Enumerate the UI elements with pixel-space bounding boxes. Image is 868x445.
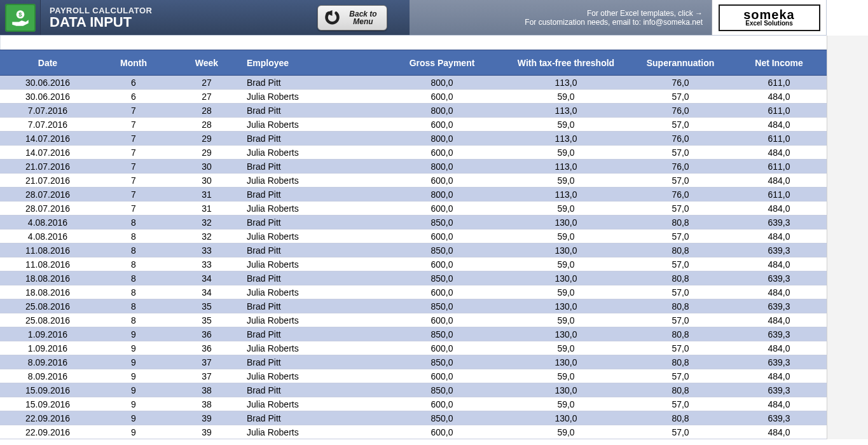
cell-week[interactable]: 32	[172, 216, 242, 229]
cell-net[interactable]: 639,3	[731, 411, 827, 425]
cell-month[interactable]: 8	[95, 257, 172, 271]
cell-gross[interactable]: 600,0	[382, 285, 502, 299]
col-month[interactable]: Month	[95, 50, 172, 76]
cell-net[interactable]: 611,0	[731, 104, 827, 118]
table-row[interactable]: 28.07.2016731Brad Pitt800,0113,076,0611,…	[0, 188, 827, 202]
table-row[interactable]: 4.08.2016832Brad Pitt850,0130,080,8639,3	[0, 216, 827, 229]
cell-date[interactable]: 30.06.2016	[0, 76, 95, 90]
cell-tax[interactable]: 130,0	[502, 299, 630, 313]
cell-tax[interactable]: 130,0	[502, 383, 630, 397]
table-row[interactable]: 22.09.2016939Brad Pitt850,0130,080,8639,…	[0, 411, 827, 425]
table-row[interactable]: 25.08.2016835Julia Roberts600,059,057,04…	[0, 313, 827, 327]
cell-month[interactable]: 8	[95, 313, 172, 327]
cell-tax[interactable]: 59,0	[502, 397, 630, 411]
cell-month[interactable]: 6	[95, 90, 172, 104]
cell-week[interactable]: 37	[172, 369, 242, 383]
cell-week[interactable]: 27	[172, 90, 242, 104]
cell-date[interactable]: 21.07.2016	[0, 160, 95, 174]
cell-net[interactable]: 484,0	[731, 202, 827, 216]
cell-week[interactable]: 37	[172, 355, 242, 369]
cell-net[interactable]: 484,0	[731, 425, 827, 439]
cell-super[interactable]: 57,0	[630, 313, 731, 327]
cell-month[interactable]: 8	[95, 216, 172, 229]
cell-super[interactable]: 57,0	[630, 341, 731, 355]
cell-net[interactable]: 639,3	[731, 243, 827, 257]
cell-super[interactable]: 76,0	[630, 188, 731, 202]
cell-date[interactable]: 18.08.2016	[0, 285, 95, 299]
cell-super[interactable]: 80,8	[630, 243, 731, 257]
cell-tax[interactable]: 130,0	[502, 411, 630, 425]
table-row[interactable]: 7.07.2016728Julia Roberts600,059,057,048…	[0, 118, 827, 132]
col-super[interactable]: Superannuation	[630, 50, 731, 76]
table-row[interactable]: 21.07.2016730Julia Roberts600,059,057,04…	[0, 174, 827, 188]
table-row[interactable]: 15.09.2016938Julia Roberts600,059,057,04…	[0, 397, 827, 411]
cell-tax[interactable]: 130,0	[502, 243, 630, 257]
cell-month[interactable]: 7	[95, 174, 172, 188]
cell-week[interactable]: 34	[172, 271, 242, 285]
cell-net[interactable]: 484,0	[731, 229, 827, 243]
cell-week[interactable]: 36	[172, 341, 242, 355]
cell-gross[interactable]: 850,0	[382, 411, 502, 425]
cell-gross[interactable]: 600,0	[382, 229, 502, 243]
cell-tax[interactable]: 59,0	[502, 425, 630, 439]
cell-gross[interactable]: 800,0	[382, 76, 502, 90]
cell-gross[interactable]: 600,0	[382, 425, 502, 439]
col-date[interactable]: Date	[0, 50, 95, 76]
cell-month[interactable]: 9	[95, 327, 172, 341]
cell-date[interactable]: 21.07.2016	[0, 174, 95, 188]
cell-gross[interactable]: 600,0	[382, 313, 502, 327]
cell-week[interactable]: 36	[172, 327, 242, 341]
cell-week[interactable]: 33	[172, 257, 242, 271]
cell-super[interactable]: 76,0	[630, 132, 731, 146]
cell-net[interactable]: 611,0	[731, 188, 827, 202]
cell-date[interactable]: 28.07.2016	[0, 188, 95, 202]
cell-employee[interactable]: Julia Roberts	[242, 146, 382, 160]
cell-employee[interactable]: Brad Pitt	[242, 411, 382, 425]
cell-month[interactable]: 7	[95, 146, 172, 160]
cell-date[interactable]: 7.07.2016	[0, 104, 95, 118]
cell-month[interactable]: 7	[95, 132, 172, 146]
cell-week[interactable]: 28	[172, 118, 242, 132]
table-row[interactable]: 18.08.2016834Julia Roberts600,059,057,04…	[0, 285, 827, 299]
cell-net[interactable]: 639,3	[731, 299, 827, 313]
table-row[interactable]: 1.09.2016936Julia Roberts600,059,057,048…	[0, 341, 827, 355]
cell-month[interactable]: 9	[95, 341, 172, 355]
table-row[interactable]: 15.09.2016938Brad Pitt850,0130,080,8639,…	[0, 383, 827, 397]
cell-week[interactable]: 39	[172, 411, 242, 425]
table-row[interactable]: 8.09.2016937Julia Roberts600,059,057,048…	[0, 369, 827, 383]
cell-super[interactable]: 80,8	[630, 355, 731, 369]
cell-date[interactable]: 1.09.2016	[0, 341, 95, 355]
cell-gross[interactable]: 850,0	[382, 383, 502, 397]
table-row[interactable]: 8.09.2016937Brad Pitt850,0130,080,8639,3	[0, 355, 827, 369]
cell-tax[interactable]: 130,0	[502, 355, 630, 369]
cell-month[interactable]: 8	[95, 243, 172, 257]
cell-gross[interactable]: 600,0	[382, 202, 502, 216]
cell-tax[interactable]: 113,0	[502, 76, 630, 90]
table-row[interactable]: 11.08.2016833Julia Roberts600,059,057,04…	[0, 257, 827, 271]
cell-net[interactable]: 484,0	[731, 174, 827, 188]
cell-gross[interactable]: 850,0	[382, 355, 502, 369]
cell-month[interactable]: 9	[95, 383, 172, 397]
cell-employee[interactable]: Brad Pitt	[242, 76, 382, 90]
cell-month[interactable]: 7	[95, 160, 172, 174]
cell-gross[interactable]: 850,0	[382, 271, 502, 285]
cell-super[interactable]: 80,8	[630, 383, 731, 397]
cell-week[interactable]: 31	[172, 202, 242, 216]
cell-super[interactable]: 57,0	[630, 257, 731, 271]
cell-net[interactable]: 639,3	[731, 383, 827, 397]
cell-employee[interactable]: Julia Roberts	[242, 397, 382, 411]
cell-date[interactable]: 15.09.2016	[0, 397, 95, 411]
cell-gross[interactable]: 600,0	[382, 257, 502, 271]
cell-date[interactable]: 4.08.2016	[0, 216, 95, 229]
cell-gross[interactable]: 800,0	[382, 132, 502, 146]
cell-net[interactable]: 611,0	[731, 132, 827, 146]
table-row[interactable]: 18.08.2016834Brad Pitt850,0130,080,8639,…	[0, 271, 827, 285]
cell-net[interactable]: 639,3	[731, 271, 827, 285]
cell-month[interactable]: 7	[95, 104, 172, 118]
cell-employee[interactable]: Julia Roberts	[242, 118, 382, 132]
cell-employee[interactable]: Brad Pitt	[242, 271, 382, 285]
cell-net[interactable]: 484,0	[731, 313, 827, 327]
cell-super[interactable]: 57,0	[630, 285, 731, 299]
cell-gross[interactable]: 800,0	[382, 160, 502, 174]
cell-gross[interactable]: 600,0	[382, 90, 502, 104]
